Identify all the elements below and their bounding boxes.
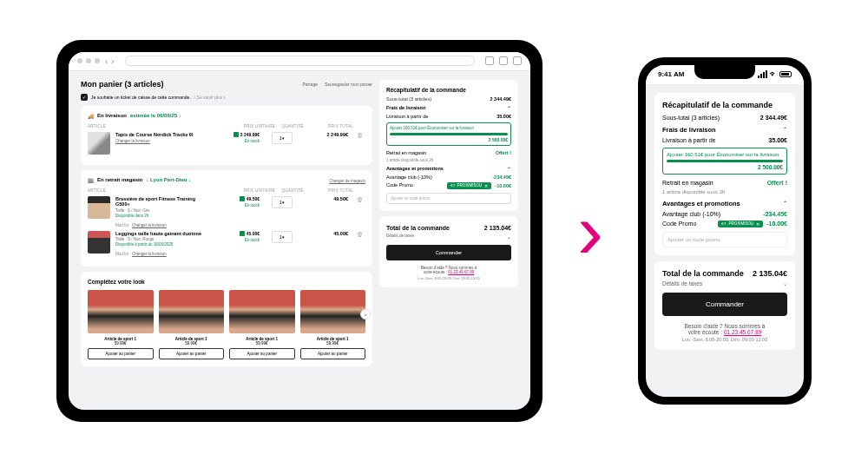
promo-chip[interactable]: 🏷PROXIMISOU✕ xyxy=(447,182,492,189)
help-box: Besoin d'aide ? Nous sommes àvotre écout… xyxy=(386,266,511,280)
promo-chip[interactable]: 🏷PROXIMISOU✕ xyxy=(718,221,763,227)
suggested-product[interactable]: Article de sport 159.99€Ajouter au panie… xyxy=(229,290,295,359)
order-total-card: Total de la commande2 135.04€ Détails de… xyxy=(654,261,795,350)
responsive-arrow-icon: › xyxy=(577,192,603,270)
wifi-icon: ᯤ xyxy=(770,70,777,78)
cart-item: Leggings taille haute gainant duotone Ta… xyxy=(88,231,365,257)
share-link[interactable]: Partage xyxy=(302,82,318,87)
shipping-threshold: Ajouter 160.51€ pour Économiser sur la l… xyxy=(662,148,787,175)
add-to-cart-button[interactable]: Ajouter au panier xyxy=(159,348,225,359)
product-image xyxy=(88,290,154,333)
product-image xyxy=(300,290,366,333)
receipt-label: Je souhaite un ticket de caisse de cette… xyxy=(91,95,191,100)
help-phone-link[interactable]: 01.23.45.67.89 xyxy=(724,329,761,335)
trash-icon[interactable]: 🗑 xyxy=(353,132,365,138)
tag-icon: 🏷 xyxy=(450,183,455,188)
battery-icon xyxy=(779,71,792,77)
share-icon[interactable] xyxy=(485,56,494,65)
trash-icon[interactable]: 🗑 xyxy=(353,196,365,202)
delivery-group-card: 🚚En livraison estimée le 06/06/25 ↓ ARTI… xyxy=(81,106,372,165)
chevron-up-icon[interactable]: ⌃ xyxy=(783,126,787,134)
product-image xyxy=(229,290,295,333)
carousel-next-icon[interactable]: › xyxy=(360,309,371,319)
pickup-group-card: 🏬En retrait magasin ↓ Lyon Part-Dieu ↓ C… xyxy=(81,170,372,267)
chevron-up-icon[interactable]: ⌃ xyxy=(783,200,787,207)
product-image[interactable] xyxy=(88,231,110,254)
phone-screen: 9:41 AM ᯤ Récapitulatif de la commande S… xyxy=(646,65,804,397)
order-summary-card: Récapitulatif de la commande Sous-total … xyxy=(654,93,795,255)
promo-input[interactable]: Ajouter un code promo xyxy=(662,232,787,247)
url-bar[interactable] xyxy=(125,56,475,66)
remove-promo-icon[interactable]: ✕ xyxy=(484,183,488,188)
qty-selector[interactable]: 1 ▾ xyxy=(272,231,293,243)
add-to-cart-button[interactable]: Ajouter au panier xyxy=(229,348,295,359)
add-to-cart-button[interactable]: Ajouter au panier xyxy=(300,348,366,359)
order-total-card: Total de la commande2 135.04€ Détails de… xyxy=(379,216,518,287)
store-icon: 🏬 xyxy=(88,177,94,183)
tablet-frame: ‹› Mon panier (3 articles) Partage Sauve… xyxy=(56,40,542,422)
product-image[interactable] xyxy=(88,196,110,219)
save-cart-link[interactable]: Sauvegarder mon panier xyxy=(325,82,372,87)
chevron-down-icon[interactable]: ⌄ xyxy=(507,234,511,240)
cart-item: Tapis de Course Nordick Tracks 9l Change… xyxy=(88,132,365,155)
forward-icon[interactable]: › xyxy=(111,56,114,66)
trash-icon[interactable]: 🗑 xyxy=(353,231,365,237)
truck-icon: 🚚 xyxy=(88,113,94,119)
new-tab-icon[interactable] xyxy=(499,56,508,65)
signal-icon xyxy=(758,70,767,78)
receipt-checkbox[interactable]: ✓ xyxy=(81,94,88,101)
suggested-product[interactable]: Article de sport 159.99€Ajouter au panie… xyxy=(159,290,225,359)
remove-promo-icon[interactable]: ✕ xyxy=(756,221,760,227)
browser-toolbar: ‹› xyxy=(69,52,530,71)
chevron-down-icon[interactable]: ⌄ xyxy=(783,280,787,286)
tag-icon: 🏷 xyxy=(721,221,726,226)
qty-selector[interactable]: 1 ▾ xyxy=(272,132,293,144)
save-later-hint: / Se saisir plus t. xyxy=(194,95,227,100)
suggested-product[interactable]: Article de sport 159.99€Ajouter au panie… xyxy=(88,290,154,359)
promo-input[interactable]: Ajouter un code promo xyxy=(386,193,511,204)
product-image[interactable] xyxy=(88,132,110,155)
chevron-up-icon[interactable]: ⌃ xyxy=(507,105,511,111)
tablet-screen: ‹› Mon panier (3 articles) Partage Sauve… xyxy=(69,52,530,410)
help-phone-link[interactable]: 01.23.45.67.89 xyxy=(448,270,474,274)
shipping-threshold: Ajouter 160.51€ pour Économiser sur la l… xyxy=(386,122,511,146)
suggested-product[interactable]: Article de sport 159.99€Ajouter au panie… xyxy=(300,290,366,359)
qty-selector[interactable]: 1 ▾ xyxy=(272,196,293,208)
back-icon[interactable]: ‹ xyxy=(105,56,108,66)
tag-icon xyxy=(240,231,245,236)
status-time: 9:41 AM xyxy=(658,70,684,78)
chevron-up-icon[interactable]: ⌃ xyxy=(507,166,511,172)
cart-title: Mon panier (3 articles) xyxy=(81,80,164,89)
tabs-icon[interactable] xyxy=(513,56,522,65)
order-button[interactable]: Commander xyxy=(386,245,511,260)
add-to-cart-button[interactable]: Ajouter au panier xyxy=(88,348,154,359)
tag-icon xyxy=(240,196,245,201)
order-summary-card: Récapitulatif de la commande Sous-total … xyxy=(379,80,518,211)
cart-item: Brassière de sport Fitness Training G500… xyxy=(88,196,365,227)
order-button[interactable]: Commander xyxy=(662,293,787,316)
tag-icon xyxy=(233,132,239,137)
phone-frame: 9:41 AM ᯤ Récapitulatif de la commande S… xyxy=(638,57,812,405)
product-image xyxy=(159,290,225,333)
complete-look-card: Complétez votre look Article de sport 15… xyxy=(81,272,372,366)
